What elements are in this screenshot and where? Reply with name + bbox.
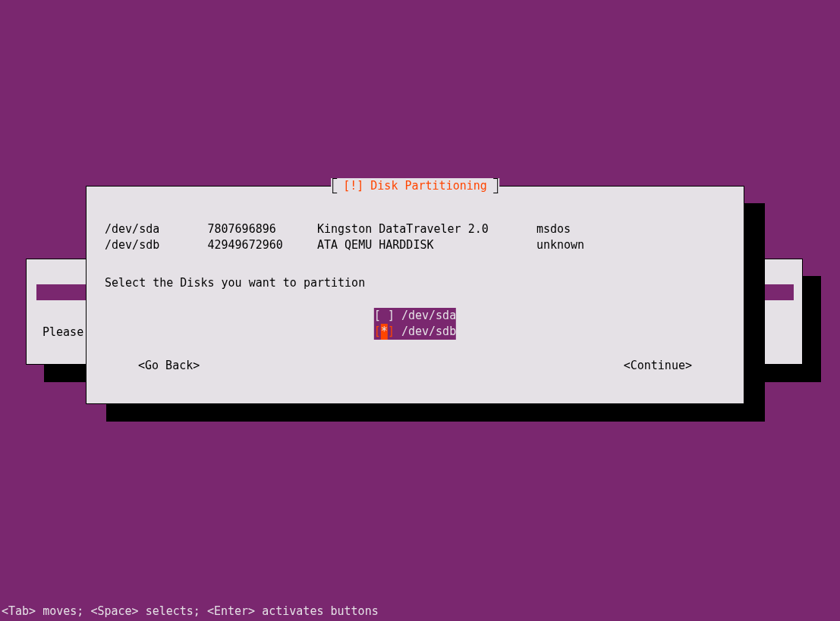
checkbox-bracket-left: [ — [374, 308, 381, 324]
background-text: Please — [42, 325, 83, 339]
disk-partitioning-dialog: [!] Disk Partitioning /dev/sda 780769689… — [86, 186, 744, 404]
checkbox-label: /dev/sdb — [395, 324, 456, 340]
help-footer: <Tab> moves; <Space> selects; <Enter> ac… — [2, 604, 379, 618]
dialog-title-wrap: [!] Disk Partitioning — [331, 178, 499, 193]
disk-selection-list: [ ] /dev/sda[*] /dev/sdb — [374, 308, 456, 340]
checkbox-mark: * — [381, 324, 388, 340]
checkbox-bracket-left: [ — [374, 324, 381, 340]
go-back-button[interactable]: <Go Back> — [138, 359, 200, 372]
title-bracket-right — [493, 178, 498, 193]
checkbox-mark — [381, 308, 388, 324]
instruction-text: Select the Disks you want to partition — [105, 276, 365, 290]
checkbox-label: /dev/sda — [395, 308, 456, 324]
disk-option-sda[interactable]: [ ] /dev/sda — [374, 308, 456, 324]
checkbox-bracket-right: ] — [388, 324, 395, 340]
continue-button[interactable]: <Continue> — [624, 359, 692, 372]
disk-info-table: /dev/sda 7807696896 Kingston DataTravele… — [105, 221, 584, 253]
dialog-title: [!] Disk Partitioning — [337, 179, 493, 193]
disk-option-sdb[interactable]: [*] /dev/sdb — [374, 324, 456, 340]
checkbox-bracket-right: ] — [388, 308, 395, 324]
